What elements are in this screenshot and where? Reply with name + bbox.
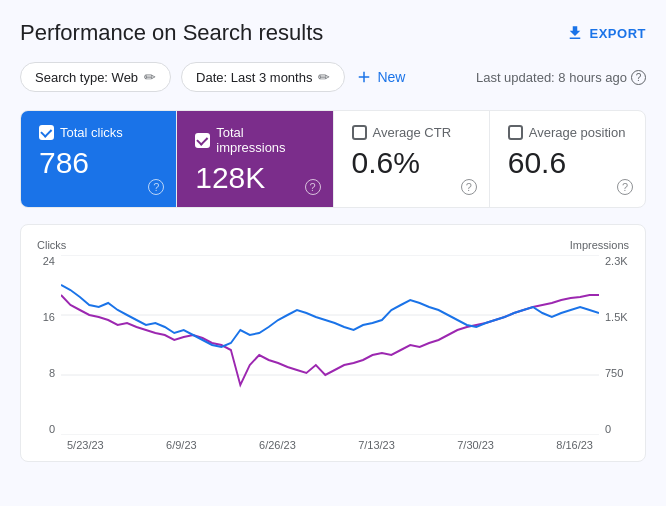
clicks-line: [61, 285, 599, 347]
metric-position-label: Average position: [508, 125, 627, 140]
chart-svg-area: [61, 255, 599, 435]
metric-average-position[interactable]: Average position 60.6 ?: [490, 111, 645, 207]
x-label-3: 7/13/23: [358, 439, 395, 451]
filters-row: Search type: Web ✏ Date: Last 3 months ✏…: [20, 62, 646, 92]
plus-icon: [355, 68, 373, 86]
x-label-1: 6/9/23: [166, 439, 197, 451]
position-checkbox[interactable]: [508, 125, 523, 140]
chart-axis-labels: Clicks Impressions: [37, 239, 629, 251]
impressions-help-icon[interactable]: ?: [305, 179, 321, 195]
clicks-checkbox[interactable]: [39, 125, 54, 140]
x-label-2: 6/26/23: [259, 439, 296, 451]
export-button[interactable]: EXPORT: [566, 24, 646, 42]
y-axis-left: 24 16 8 0: [37, 255, 61, 435]
y-axis-right: 2.3K 1.5K 750 0: [599, 255, 629, 435]
y-axis-left-label: Clicks: [37, 239, 66, 251]
ctr-help-icon[interactable]: ?: [461, 179, 477, 195]
x-label-4: 7/30/23: [457, 439, 494, 451]
impressions-checkbox[interactable]: [195, 133, 210, 148]
metric-clicks-label: Total clicks: [39, 125, 158, 140]
clicks-value: 786: [39, 148, 158, 178]
new-button[interactable]: New: [355, 68, 405, 86]
metric-total-clicks[interactable]: Total clicks 786 ?: [21, 111, 177, 207]
clicks-help-icon[interactable]: ?: [148, 179, 164, 195]
ctr-checkbox[interactable]: [352, 125, 367, 140]
impressions-line: [61, 295, 599, 385]
chart-svg: [61, 255, 599, 435]
metric-average-ctr[interactable]: Average CTR 0.6% ?: [334, 111, 490, 207]
help-icon-header: ?: [631, 70, 646, 85]
y-axis-right-label: Impressions: [570, 239, 629, 251]
metrics-row: Total clicks 786 ? Total impressions 128…: [20, 110, 646, 208]
impressions-value: 128K: [195, 163, 314, 193]
position-help-icon[interactable]: ?: [617, 179, 633, 195]
chart-container: Clicks Impressions 24 16 8 0: [20, 224, 646, 462]
edit-icon-date: ✏: [318, 69, 330, 85]
last-updated-text: Last updated: 8 hours ago ?: [476, 70, 646, 85]
export-icon: [566, 24, 584, 42]
metric-total-impressions[interactable]: Total impressions 128K ?: [177, 111, 333, 207]
date-filter[interactable]: Date: Last 3 months ✏: [181, 62, 345, 92]
edit-icon: ✏: [144, 69, 156, 85]
ctr-value: 0.6%: [352, 148, 471, 178]
metric-ctr-label: Average CTR: [352, 125, 471, 140]
x-label-0: 5/23/23: [67, 439, 104, 451]
x-label-5: 8/16/23: [556, 439, 593, 451]
page-title: Performance on Search results: [20, 20, 323, 46]
search-type-filter[interactable]: Search type: Web ✏: [20, 62, 171, 92]
page-header: Performance on Search results EXPORT: [20, 20, 646, 46]
chart-x-labels: 5/23/23 6/9/23 6/26/23 7/13/23 7/30/23 8…: [37, 439, 629, 451]
position-value: 60.6: [508, 148, 627, 178]
metric-impressions-label: Total impressions: [195, 125, 314, 155]
